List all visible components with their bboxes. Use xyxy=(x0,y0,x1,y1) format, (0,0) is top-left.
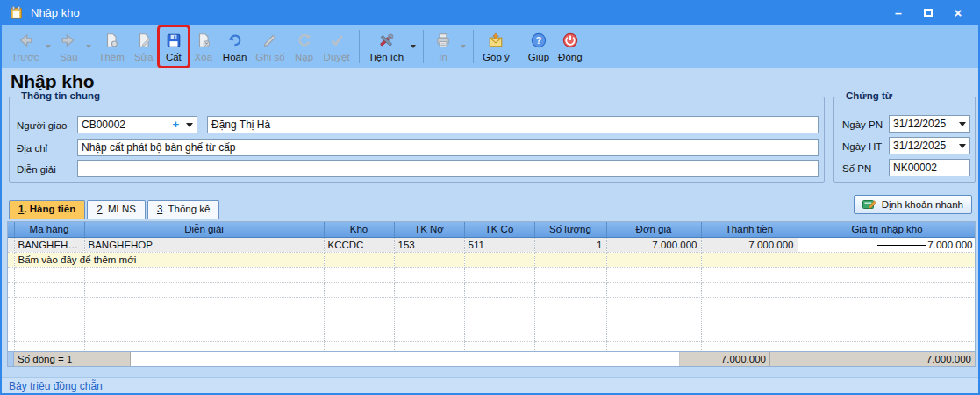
dien-giai-field[interactable] xyxy=(77,160,819,177)
title-bar: Nhập kho – × xyxy=(0,0,980,25)
toolbar-button-cat[interactable]: Cất xyxy=(159,26,189,67)
col-thanh-tien[interactable]: Thành tiền xyxy=(701,222,798,237)
empty-row[interactable] xyxy=(8,341,976,351)
minimize-button[interactable]: – xyxy=(892,7,905,19)
cell-so-luong[interactable]: 1 xyxy=(534,237,606,252)
nhap-kho-window: Nhập kho – × Trước Sau Thêm xyxy=(0,0,980,395)
pencil-icon xyxy=(262,31,278,50)
group-title: Thông tin chung xyxy=(18,90,104,101)
dia-chi-label: Địa chỉ xyxy=(17,143,47,154)
total-thanh-tien: 7.000.000 xyxy=(680,352,770,366)
col-gia-tri-nhap-kho[interactable]: Giá trị nhập kho xyxy=(798,222,976,237)
cell-gia-tri-nhap-kho-editing[interactable]: 7.000.000 xyxy=(798,237,976,252)
empty-row[interactable] xyxy=(8,267,976,282)
chevron-down-icon[interactable] xyxy=(959,122,966,126)
add-new-icon[interactable]: + xyxy=(172,117,179,133)
detail-tabs: 1. Hàng tiền 2. MLNS 3. Thống kê xyxy=(9,200,221,219)
toolbar-separator xyxy=(423,30,424,63)
arrow-left-icon xyxy=(17,31,34,50)
cell-dien-giai[interactable]: BANGHEHOP xyxy=(84,237,324,252)
toolbar-button-xoa[interactable]: Xóa xyxy=(189,26,218,67)
dinh-khoan-nhanh-button[interactable]: Định khoản nhanh xyxy=(854,195,972,214)
nguoi-giao-combobox[interactable]: CB00002 + xyxy=(77,116,197,133)
tab-mlns[interactable]: 2. MLNS xyxy=(87,200,146,219)
toolbar-button-them[interactable]: Thêm xyxy=(94,26,128,67)
cell-thanh-tien[interactable]: 7.000.000 xyxy=(701,237,798,252)
floppy-disk-icon xyxy=(166,31,182,50)
summary-filler xyxy=(131,352,680,366)
col-dien-giai[interactable]: Diễn giải xyxy=(84,222,324,237)
cell-ma-hang[interactable]: BANGHEHO... xyxy=(14,237,84,252)
add-new-row[interactable]: Bấm vào đây để thêm mới xyxy=(8,252,976,267)
undo-icon xyxy=(226,31,244,50)
toolbar-button-hoan[interactable]: Hoàn xyxy=(218,26,252,67)
toolbar-button-nap[interactable]: Nạp xyxy=(290,26,319,67)
toolbar-button-sau[interactable]: Sau xyxy=(54,26,83,67)
grid-header-row: Mã hàng Diễn giải Kho TK Nợ TK Có Số lượ… xyxy=(8,222,976,237)
toolbar-button-sua[interactable]: Sửa xyxy=(129,26,159,67)
refresh-icon xyxy=(297,31,312,50)
cell-don-gia[interactable]: 7.000.000 xyxy=(606,237,701,252)
toolbar-truoc-dropdown[interactable] xyxy=(43,26,54,67)
status-bar: Bảy triệu đồng chẵn xyxy=(2,377,978,393)
cell-kho[interactable]: KCCDC xyxy=(324,237,394,252)
maximize-button[interactable] xyxy=(922,7,934,19)
empty-row[interactable] xyxy=(8,282,976,297)
so-pn-label: Số PN xyxy=(842,163,871,174)
quick-posting-icon xyxy=(862,198,876,211)
col-so-luong[interactable]: Số lượng xyxy=(534,222,606,237)
arrow-right-icon xyxy=(60,31,77,50)
ngay-pn-datepicker[interactable]: 31/12/2025 xyxy=(889,115,970,133)
close-button[interactable]: × xyxy=(952,7,964,19)
toolbar-button-ghi-so[interactable]: Ghi sổ xyxy=(251,26,289,67)
toolbar-sau-dropdown[interactable] xyxy=(83,26,94,67)
cell-tk-co[interactable]: 511 xyxy=(464,237,534,252)
empty-row[interactable] xyxy=(8,312,976,327)
col-kho[interactable]: Kho xyxy=(324,222,394,237)
row-count-label: Số dòng = 1 xyxy=(14,352,131,366)
cell-tk-no[interactable]: 153 xyxy=(394,237,464,252)
chevron-down-icon[interactable] xyxy=(959,144,966,148)
toolbar-button-duyet[interactable]: Duyệt xyxy=(319,26,354,67)
general-info-group: Thông tin chung Người giao CB00002 + Đặn… xyxy=(9,97,825,183)
col-tk-co[interactable]: TK Có xyxy=(464,222,534,237)
window-title: Nhập kho xyxy=(31,6,80,19)
page-title: Nhập kho xyxy=(11,71,95,92)
toolbar-separator xyxy=(359,30,360,63)
dia-chi-field[interactable]: Nhập cất phát bộ bàn ghế từ cấp xyxy=(77,139,819,156)
toolbar-button-in[interactable]: In xyxy=(428,26,458,67)
ngay-pn-label: Ngày PN xyxy=(842,119,883,130)
document-add-icon xyxy=(104,31,119,50)
main-toolbar: Trước Sau Thêm Sửa Cất xyxy=(2,25,978,68)
toolbar-tien-ich-dropdown[interactable] xyxy=(408,26,418,67)
feedback-envelope-icon xyxy=(487,31,504,50)
col-tk-no[interactable]: TK Nợ xyxy=(394,222,464,237)
toolbar-button-truoc[interactable]: Trước xyxy=(7,26,43,67)
toolbar-button-tien-ich[interactable]: Tiện ích xyxy=(364,26,408,67)
tab-hang-tien[interactable]: 1. Hàng tiền xyxy=(9,200,85,219)
tab-thong-ke[interactable]: 3. Thống kê xyxy=(147,200,220,219)
empty-row[interactable] xyxy=(8,297,976,312)
printer-icon xyxy=(435,31,451,50)
svg-text:?: ? xyxy=(536,35,542,46)
so-pn-field[interactable]: NK00002 xyxy=(889,159,970,176)
col-ma-hang[interactable]: Mã hàng xyxy=(14,222,84,237)
col-don-gia[interactable]: Đơn giá xyxy=(606,222,701,237)
nguoi-giao-name-field[interactable]: Đặng Thị Hà xyxy=(207,116,819,133)
table-row[interactable]: BANGHEHO... BANGHEHOP KCCDC 153 511 1 7.… xyxy=(8,237,976,252)
ngay-ht-datepicker[interactable]: 31/12/2025 xyxy=(889,137,970,154)
document-group: Chứng từ Ngày PN 31/12/2025 Ngày HT 31/1… xyxy=(833,97,976,183)
help-icon: ? xyxy=(531,31,547,50)
toolbar-separator xyxy=(473,30,474,63)
toolbar-in-dropdown[interactable] xyxy=(458,26,469,67)
power-icon xyxy=(562,31,578,50)
add-new-row-text[interactable]: Bấm vào đây để thêm mới xyxy=(14,252,324,267)
chevron-down-icon[interactable] xyxy=(186,123,193,127)
empty-row[interactable] xyxy=(8,327,976,341)
toolbar-button-giup[interactable]: ? Giúp xyxy=(524,26,554,67)
toolbar-button-dong[interactable]: Đóng xyxy=(554,26,587,67)
toolbar-button-gop-y[interactable]: Góp ý xyxy=(478,26,514,67)
dien-giai-label: Diễn giải xyxy=(17,164,56,175)
toolbar-separator xyxy=(519,30,519,63)
nguoi-giao-code: CB00002 xyxy=(82,117,172,133)
